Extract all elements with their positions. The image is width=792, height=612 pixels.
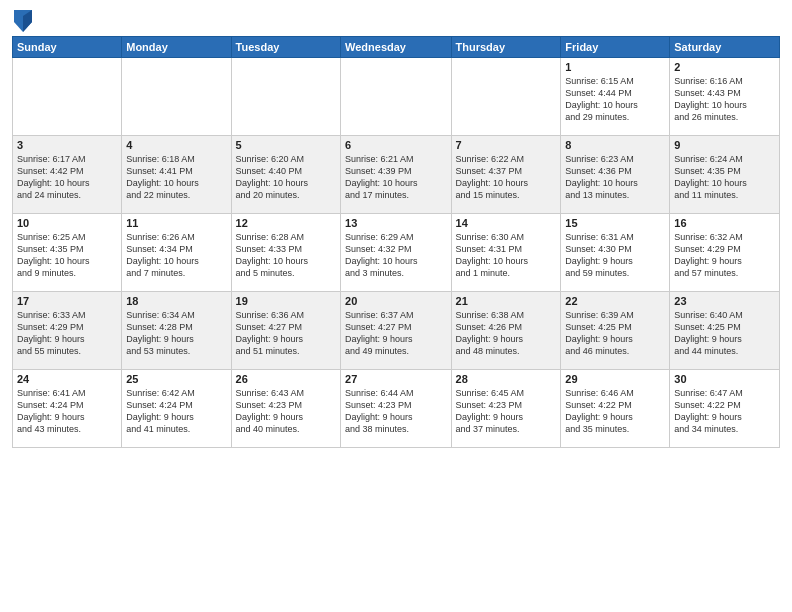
day-info: Sunrise: 6:16 AMSunset: 4:43 PMDaylight:… <box>674 75 775 124</box>
day-info: Sunrise: 6:22 AMSunset: 4:37 PMDaylight:… <box>456 153 557 202</box>
day-number: 13 <box>345 217 446 229</box>
day-cell: 1Sunrise: 6:15 AMSunset: 4:44 PMDaylight… <box>561 58 670 136</box>
day-cell <box>122 58 231 136</box>
day-info: Sunrise: 6:26 AMSunset: 4:34 PMDaylight:… <box>126 231 226 280</box>
header <box>12 10 780 30</box>
day-number: 6 <box>345 139 446 151</box>
day-cell: 12Sunrise: 6:28 AMSunset: 4:33 PMDayligh… <box>231 214 340 292</box>
day-cell: 14Sunrise: 6:30 AMSunset: 4:31 PMDayligh… <box>451 214 561 292</box>
day-info: Sunrise: 6:21 AMSunset: 4:39 PMDaylight:… <box>345 153 446 202</box>
day-cell: 3Sunrise: 6:17 AMSunset: 4:42 PMDaylight… <box>13 136 122 214</box>
day-info: Sunrise: 6:34 AMSunset: 4:28 PMDaylight:… <box>126 309 226 358</box>
day-number: 30 <box>674 373 775 385</box>
day-info: Sunrise: 6:36 AMSunset: 4:27 PMDaylight:… <box>236 309 336 358</box>
day-cell: 11Sunrise: 6:26 AMSunset: 4:34 PMDayligh… <box>122 214 231 292</box>
day-info: Sunrise: 6:29 AMSunset: 4:32 PMDaylight:… <box>345 231 446 280</box>
day-number: 3 <box>17 139 117 151</box>
day-cell: 22Sunrise: 6:39 AMSunset: 4:25 PMDayligh… <box>561 292 670 370</box>
day-number: 20 <box>345 295 446 307</box>
day-number: 24 <box>17 373 117 385</box>
weekday-tuesday: Tuesday <box>231 37 340 58</box>
day-number: 2 <box>674 61 775 73</box>
day-info: Sunrise: 6:15 AMSunset: 4:44 PMDaylight:… <box>565 75 665 124</box>
day-cell: 13Sunrise: 6:29 AMSunset: 4:32 PMDayligh… <box>341 214 451 292</box>
day-cell: 19Sunrise: 6:36 AMSunset: 4:27 PMDayligh… <box>231 292 340 370</box>
day-number: 19 <box>236 295 336 307</box>
day-cell: 24Sunrise: 6:41 AMSunset: 4:24 PMDayligh… <box>13 370 122 448</box>
day-info: Sunrise: 6:43 AMSunset: 4:23 PMDaylight:… <box>236 387 336 436</box>
day-cell: 30Sunrise: 6:47 AMSunset: 4:22 PMDayligh… <box>670 370 780 448</box>
day-number: 22 <box>565 295 665 307</box>
day-info: Sunrise: 6:28 AMSunset: 4:33 PMDaylight:… <box>236 231 336 280</box>
day-number: 11 <box>126 217 226 229</box>
page: SundayMondayTuesdayWednesdayThursdayFrid… <box>0 0 792 612</box>
day-info: Sunrise: 6:37 AMSunset: 4:27 PMDaylight:… <box>345 309 446 358</box>
day-cell: 26Sunrise: 6:43 AMSunset: 4:23 PMDayligh… <box>231 370 340 448</box>
day-number: 16 <box>674 217 775 229</box>
day-info: Sunrise: 6:41 AMSunset: 4:24 PMDaylight:… <box>17 387 117 436</box>
day-number: 1 <box>565 61 665 73</box>
day-info: Sunrise: 6:25 AMSunset: 4:35 PMDaylight:… <box>17 231 117 280</box>
day-cell: 5Sunrise: 6:20 AMSunset: 4:40 PMDaylight… <box>231 136 340 214</box>
weekday-thursday: Thursday <box>451 37 561 58</box>
day-info: Sunrise: 6:47 AMSunset: 4:22 PMDaylight:… <box>674 387 775 436</box>
day-cell: 17Sunrise: 6:33 AMSunset: 4:29 PMDayligh… <box>13 292 122 370</box>
day-number: 26 <box>236 373 336 385</box>
day-info: Sunrise: 6:30 AMSunset: 4:31 PMDaylight:… <box>456 231 557 280</box>
day-cell <box>13 58 122 136</box>
weekday-sunday: Sunday <box>13 37 122 58</box>
day-number: 21 <box>456 295 557 307</box>
week-row-3: 10Sunrise: 6:25 AMSunset: 4:35 PMDayligh… <box>13 214 780 292</box>
day-number: 7 <box>456 139 557 151</box>
day-number: 18 <box>126 295 226 307</box>
day-cell: 21Sunrise: 6:38 AMSunset: 4:26 PMDayligh… <box>451 292 561 370</box>
day-number: 27 <box>345 373 446 385</box>
day-info: Sunrise: 6:46 AMSunset: 4:22 PMDaylight:… <box>565 387 665 436</box>
day-number: 23 <box>674 295 775 307</box>
day-cell: 28Sunrise: 6:45 AMSunset: 4:23 PMDayligh… <box>451 370 561 448</box>
day-number: 15 <box>565 217 665 229</box>
weekday-friday: Friday <box>561 37 670 58</box>
day-number: 14 <box>456 217 557 229</box>
day-number: 12 <box>236 217 336 229</box>
weekday-monday: Monday <box>122 37 231 58</box>
day-cell: 20Sunrise: 6:37 AMSunset: 4:27 PMDayligh… <box>341 292 451 370</box>
week-row-1: 1Sunrise: 6:15 AMSunset: 4:44 PMDaylight… <box>13 58 780 136</box>
day-info: Sunrise: 6:18 AMSunset: 4:41 PMDaylight:… <box>126 153 226 202</box>
day-number: 5 <box>236 139 336 151</box>
day-cell <box>451 58 561 136</box>
day-number: 25 <box>126 373 226 385</box>
week-row-5: 24Sunrise: 6:41 AMSunset: 4:24 PMDayligh… <box>13 370 780 448</box>
day-info: Sunrise: 6:38 AMSunset: 4:26 PMDaylight:… <box>456 309 557 358</box>
day-cell: 7Sunrise: 6:22 AMSunset: 4:37 PMDaylight… <box>451 136 561 214</box>
day-cell: 29Sunrise: 6:46 AMSunset: 4:22 PMDayligh… <box>561 370 670 448</box>
calendar-table: SundayMondayTuesdayWednesdayThursdayFrid… <box>12 36 780 448</box>
day-cell: 25Sunrise: 6:42 AMSunset: 4:24 PMDayligh… <box>122 370 231 448</box>
day-cell: 9Sunrise: 6:24 AMSunset: 4:35 PMDaylight… <box>670 136 780 214</box>
day-info: Sunrise: 6:23 AMSunset: 4:36 PMDaylight:… <box>565 153 665 202</box>
day-number: 29 <box>565 373 665 385</box>
day-info: Sunrise: 6:44 AMSunset: 4:23 PMDaylight:… <box>345 387 446 436</box>
weekday-saturday: Saturday <box>670 37 780 58</box>
day-number: 4 <box>126 139 226 151</box>
day-info: Sunrise: 6:39 AMSunset: 4:25 PMDaylight:… <box>565 309 665 358</box>
day-info: Sunrise: 6:20 AMSunset: 4:40 PMDaylight:… <box>236 153 336 202</box>
day-info: Sunrise: 6:45 AMSunset: 4:23 PMDaylight:… <box>456 387 557 436</box>
day-info: Sunrise: 6:42 AMSunset: 4:24 PMDaylight:… <box>126 387 226 436</box>
day-number: 28 <box>456 373 557 385</box>
day-cell: 18Sunrise: 6:34 AMSunset: 4:28 PMDayligh… <box>122 292 231 370</box>
day-cell <box>341 58 451 136</box>
weekday-wednesday: Wednesday <box>341 37 451 58</box>
logo-icon <box>14 10 32 32</box>
week-row-2: 3Sunrise: 6:17 AMSunset: 4:42 PMDaylight… <box>13 136 780 214</box>
day-cell: 23Sunrise: 6:40 AMSunset: 4:25 PMDayligh… <box>670 292 780 370</box>
day-number: 8 <box>565 139 665 151</box>
day-number: 10 <box>17 217 117 229</box>
logo <box>12 10 32 30</box>
day-info: Sunrise: 6:24 AMSunset: 4:35 PMDaylight:… <box>674 153 775 202</box>
day-cell: 10Sunrise: 6:25 AMSunset: 4:35 PMDayligh… <box>13 214 122 292</box>
week-row-4: 17Sunrise: 6:33 AMSunset: 4:29 PMDayligh… <box>13 292 780 370</box>
day-info: Sunrise: 6:32 AMSunset: 4:29 PMDaylight:… <box>674 231 775 280</box>
day-info: Sunrise: 6:33 AMSunset: 4:29 PMDaylight:… <box>17 309 117 358</box>
day-number: 17 <box>17 295 117 307</box>
